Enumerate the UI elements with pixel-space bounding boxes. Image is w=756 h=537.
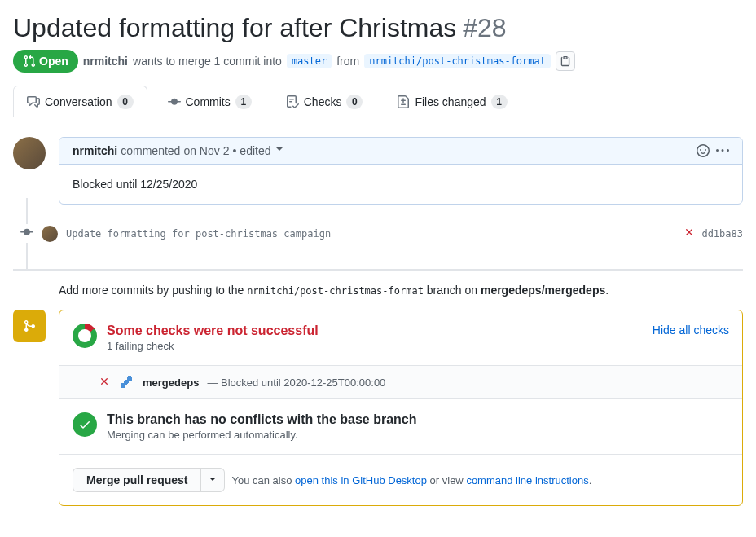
check-icon bbox=[78, 418, 91, 431]
check-app-logo bbox=[118, 374, 134, 390]
merge-status-badge bbox=[13, 310, 46, 342]
avatar[interactable] bbox=[13, 137, 46, 169]
kebab-menu-button[interactable] bbox=[716, 144, 729, 157]
from-text: from bbox=[336, 55, 359, 68]
copy-branch-button[interactable] bbox=[556, 51, 575, 71]
hint-text: or view bbox=[430, 474, 464, 486]
tab-label: Conversation bbox=[45, 95, 112, 108]
check-name: mergedeps bbox=[143, 376, 199, 389]
period: . bbox=[605, 284, 609, 297]
merge-options-dropdown[interactable] bbox=[200, 468, 225, 492]
period: . bbox=[589, 474, 592, 486]
comment-author-link[interactable]: nrmitchi bbox=[73, 144, 117, 157]
state-label: Open bbox=[39, 55, 68, 68]
x-icon bbox=[99, 376, 110, 390]
git-commit-icon bbox=[20, 224, 33, 243]
git-merge-icon bbox=[23, 319, 36, 332]
tab-label: Checks bbox=[304, 95, 342, 108]
comment-discussion-icon bbox=[27, 95, 40, 108]
commit-sha-link[interactable]: dd1ba83 bbox=[701, 228, 743, 240]
state-badge: Open bbox=[13, 50, 78, 73]
push-hint: Add more commits by pushing to the nrmit… bbox=[59, 284, 743, 297]
commit-message-link[interactable]: Update formatting for post-christmas cam… bbox=[66, 228, 675, 240]
merge-hint: You can also open this in GitHub Desktop… bbox=[231, 474, 591, 486]
file-diff-icon bbox=[397, 95, 410, 108]
checks-subheading: 1 failing check bbox=[107, 340, 643, 352]
comment-action: commented bbox=[121, 144, 180, 157]
tab-count: 0 bbox=[117, 95, 134, 109]
status-fail-icon[interactable] bbox=[683, 227, 695, 240]
tab-files-changed[interactable]: Files changed 1 bbox=[383, 86, 521, 117]
hint-text: You can also bbox=[231, 474, 292, 486]
git-commit-icon bbox=[168, 95, 181, 108]
emoji-react-button[interactable] bbox=[697, 144, 710, 157]
checks-heading: Some checks were not successful bbox=[107, 324, 643, 338]
merge-text: wants to merge 1 commit into bbox=[133, 55, 282, 68]
pr-number: #28 bbox=[463, 13, 506, 43]
hint-repo: mergedeps/mergedeps bbox=[481, 284, 605, 297]
tab-commits[interactable]: Commits 1 bbox=[154, 86, 266, 117]
kebab-horizontal-icon bbox=[716, 144, 729, 157]
status-donut-icon bbox=[73, 324, 97, 348]
base-branch-label[interactable]: master bbox=[287, 54, 332, 68]
commit-row: Update formatting for post-christmas cam… bbox=[59, 218, 743, 249]
hint-text: Add more commits by pushing to the bbox=[59, 284, 244, 297]
smiley-icon bbox=[697, 144, 710, 157]
hint-branch: nrmitchi/post-christmas-format bbox=[247, 285, 424, 297]
divider bbox=[13, 269, 743, 271]
hide-checks-link[interactable]: Hide all checks bbox=[653, 324, 729, 352]
pr-author-link[interactable]: nrmitchi bbox=[83, 55, 128, 68]
comment-body: Blocked until 12/25/2020 bbox=[59, 165, 742, 204]
clipboard-icon bbox=[560, 55, 571, 67]
checklist-icon bbox=[286, 95, 299, 108]
tab-label: Files changed bbox=[415, 95, 486, 108]
git-pull-request-icon bbox=[23, 55, 36, 68]
tab-checks[interactable]: Checks 0 bbox=[272, 86, 377, 117]
tab-label: Commits bbox=[186, 95, 231, 108]
conflicts-heading: This branch has no conflicts with the ba… bbox=[107, 412, 729, 427]
pr-header: Updated formatting for after Christmas #… bbox=[13, 13, 743, 73]
bullet: • bbox=[232, 144, 236, 157]
tabnav: Conversation 0 Commits 1 Checks 0 Files … bbox=[13, 86, 743, 117]
hint-text: branch on bbox=[427, 284, 477, 297]
merge-pull-request-button[interactable]: Merge pull request bbox=[73, 468, 200, 492]
edited-label[interactable]: edited bbox=[240, 144, 270, 157]
merge-button-group: Merge pull request bbox=[73, 468, 225, 492]
tab-count: 1 bbox=[491, 95, 508, 109]
merge-box: Some checks were not successful 1 failin… bbox=[59, 310, 743, 506]
check-detail: — Blocked until 2020-12-25T00:00:00 bbox=[207, 376, 385, 389]
chevron-down-icon[interactable] bbox=[276, 147, 283, 154]
chevron-down-icon bbox=[209, 478, 216, 484]
cli-instructions-link[interactable]: command line instructions bbox=[466, 474, 588, 486]
check-item-row[interactable]: mergedeps — Blocked until 2020-12-25T00:… bbox=[59, 366, 742, 399]
conflicts-subheading: Merging can be performed automatically. bbox=[107, 429, 729, 441]
comment-box: nrmitchi commented on Nov 2 • edited bbox=[59, 137, 743, 205]
head-branch-label[interactable]: nrmitchi/post-christmas-format bbox=[364, 54, 551, 68]
tab-count: 0 bbox=[346, 95, 363, 109]
pr-title: Updated formatting for after Christmas bbox=[13, 13, 456, 43]
status-success-icon bbox=[73, 412, 97, 437]
tab-count: 1 bbox=[235, 95, 252, 109]
open-desktop-link[interactable]: open this in GitHub Desktop bbox=[295, 474, 427, 486]
avatar[interactable] bbox=[42, 226, 58, 242]
tab-conversation[interactable]: Conversation 0 bbox=[13, 86, 147, 117]
comment-date[interactable]: on Nov 2 bbox=[183, 144, 229, 157]
